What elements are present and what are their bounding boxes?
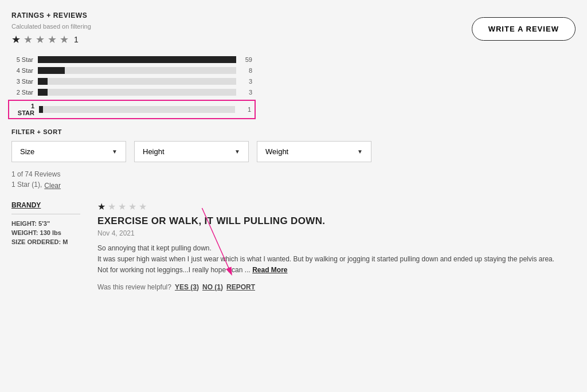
helpful-text: Was this review helpful? (97, 283, 171, 291)
header-row: RATINGS + REVIEWS Calculated based on fi… (11, 11, 576, 46)
bar-count-3: 3 (241, 78, 252, 85)
overall-stars: ★ ★ ★ ★ ★ 1 (11, 33, 91, 46)
bar-bg-4 (38, 67, 236, 74)
review-title: EXERCISE OR WALK, IT WILL PULLING DOWN. (97, 215, 576, 227)
star-bar-4-label: 4 Star (11, 67, 33, 74)
star-1-filled: ★ (11, 33, 21, 46)
weight-dropdown[interactable]: Weight ▼ (257, 141, 371, 162)
reviewer-weight: WEIGHT: 130 lbs (11, 229, 80, 236)
bar-fill-5 (38, 56, 236, 63)
review-star-5: ★ (139, 201, 147, 212)
size-chevron-icon: ▼ (112, 148, 118, 155)
ratings-header: RATINGS + REVIEWS Calculated based on fi… (11, 11, 91, 46)
bar-bg-2 (38, 89, 236, 96)
calculated-text: Calculated based on filtering (11, 23, 91, 30)
weight-dropdown-label: Weight (265, 147, 288, 156)
height-dropdown-label: Height (143, 147, 165, 156)
clear-link[interactable]: Clear (44, 182, 61, 190)
bar-count-1: 1 (240, 106, 251, 113)
bar-fill-1 (39, 106, 43, 113)
bar-count-4: 8 (241, 67, 252, 74)
yes-count: (3) (190, 283, 199, 291)
weight-label: WEIGHT: (11, 229, 38, 236)
star-bar-2[interactable]: 2 Star 3 (11, 89, 252, 96)
reviewer-sidebar: BRANDY HEIGHT: 5'3" WEIGHT: 130 lbs SIZE… (11, 201, 80, 291)
write-review-button[interactable]: WRITE A REVIEW (472, 17, 576, 41)
bar-bg-3 (38, 78, 236, 85)
bar-bg-1 (39, 106, 235, 113)
report-link[interactable]: REPORT (226, 283, 255, 291)
review-count-text: 1 of 74 Reviews (11, 170, 576, 178)
size-dropdown-label: Size (20, 147, 34, 156)
filter-sort-label: FILTER + SORT (11, 128, 576, 135)
height-label: HEIGHT: (11, 220, 37, 227)
yes-link[interactable]: YES (3) (175, 283, 199, 291)
review-date: Nov 4, 2021 (97, 229, 576, 237)
review-stars: ★ ★ ★ ★ ★ (97, 201, 576, 212)
star-bar-1[interactable]: 1 STAR 1 (8, 100, 256, 119)
reviews-section: BRANDY HEIGHT: 5'3" WEIGHT: 130 lbs SIZE… (11, 201, 576, 291)
review-star-4: ★ (128, 201, 136, 212)
filter-dropdowns: Size ▼ Height ▼ Weight ▼ (11, 141, 576, 162)
bar-fill-4 (38, 67, 65, 74)
overall-count: 1 (74, 35, 79, 44)
reviewer-height: HEIGHT: 5'3" (11, 220, 80, 227)
star-2-empty: ★ (24, 33, 33, 46)
star-4-empty: ★ (48, 33, 57, 46)
divider (11, 214, 80, 214)
review-body: So annoying that it kept pulling down. I… (97, 243, 576, 276)
size-value: M (62, 238, 68, 245)
star-bar-5[interactable]: 5 Star 59 (11, 56, 252, 63)
review-body-line3: Not for working not leggings...I really … (97, 265, 576, 276)
bar-fill-3 (38, 78, 48, 85)
star-bar-5-label: 5 Star (11, 56, 33, 63)
read-more-link[interactable]: Read More (252, 266, 287, 274)
no-link[interactable]: NO (1) (202, 283, 223, 291)
star-bar-2-label: 2 Star (11, 89, 33, 96)
star-bars-container: 5 Star 59 4 Star 8 3 Star 3 2 Star (11, 56, 252, 119)
size-label: SIZE ORDERED: (11, 238, 61, 245)
review-body-line2: It was super high waist when I just wear… (97, 254, 576, 265)
review-content: ★ ★ ★ ★ ★ EXERCISE OR WALK, IT WILL PULL… (97, 201, 576, 291)
filter-active-text: 1 Star (1), (11, 181, 42, 189)
weight-chevron-icon: ▼ (357, 148, 363, 155)
ratings-title: RATINGS + REVIEWS (11, 11, 91, 19)
no-count: (1) (214, 283, 223, 291)
helpful-row: Was this review helpful? YES (3) NO (1) … (97, 283, 576, 291)
size-dropdown[interactable]: Size ▼ (11, 141, 126, 162)
height-chevron-icon: ▼ (234, 148, 240, 155)
height-value: 5'3" (38, 220, 50, 227)
reviewer-name[interactable]: BRANDY (11, 201, 80, 209)
reviewer-size: SIZE ORDERED: M (11, 238, 80, 245)
star-3-empty: ★ (36, 33, 45, 46)
review-body-line3-text: Not for working not leggings...I really … (97, 266, 251, 274)
review-body-line1: So annoying that it kept pulling down. (97, 243, 576, 254)
review-star-3: ★ (118, 201, 126, 212)
star-bar-3-label: 3 Star (11, 78, 33, 85)
height-dropdown[interactable]: Height ▼ (134, 141, 249, 162)
no-label: NO (202, 283, 213, 291)
bar-fill-2 (38, 89, 48, 96)
bar-bg-5 (38, 56, 236, 63)
reviewer-info: HEIGHT: 5'3" WEIGHT: 130 lbs SIZE ORDERE… (11, 220, 80, 245)
bar-count-2: 3 (241, 89, 252, 96)
yes-label: YES (175, 283, 189, 291)
main-content: BRANDY HEIGHT: 5'3" WEIGHT: 130 lbs SIZE… (11, 201, 576, 291)
weight-value: 130 lbs (40, 229, 61, 236)
review-star-2: ★ (108, 201, 116, 212)
star-5-empty: ★ (60, 33, 69, 46)
star-bar-1-label: 1 STAR (13, 103, 34, 116)
review-star-1: ★ (97, 201, 105, 212)
star-bar-4[interactable]: 4 Star 8 (11, 67, 252, 74)
star-bar-3[interactable]: 3 Star 3 (11, 78, 252, 85)
bar-count-5: 59 (241, 56, 252, 63)
